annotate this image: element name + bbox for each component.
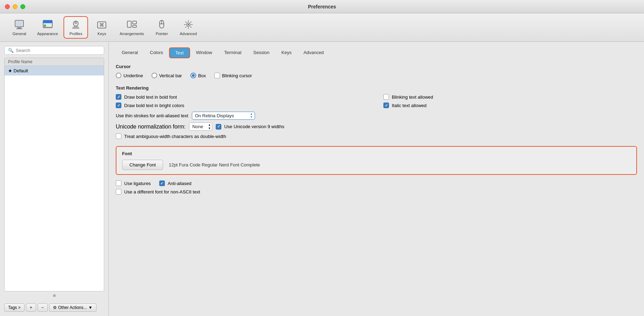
ambiguous-row: Treat ambiguous-width characters as doub… bbox=[116, 133, 637, 139]
toolbar-item-arrangements[interactable]: Arrangements bbox=[115, 17, 148, 38]
cursor-section: Cursor Underline Vertical bar Box bbox=[116, 64, 637, 78]
non-ascii-label: Use a different font for non-ASCII text bbox=[124, 189, 200, 195]
checkbox-bold-bright[interactable]: Draw bold text in bright colors bbox=[116, 103, 369, 108]
toolbar-item-appearance[interactable]: Appearance bbox=[33, 17, 62, 38]
toolbar-item-profiles[interactable]: Profiles bbox=[63, 16, 88, 39]
underline-radio[interactable] bbox=[116, 73, 121, 78]
profile-list-header: Profile Name bbox=[5, 58, 104, 66]
cursor-radio-row: Underline Vertical bar Box Blinking curs… bbox=[116, 73, 637, 78]
svg-rect-1 bbox=[16, 21, 23, 26]
vertical-bar-radio[interactable] bbox=[152, 73, 157, 78]
unicode-version-box[interactable] bbox=[216, 124, 221, 130]
tab-general[interactable]: General bbox=[116, 47, 144, 58]
thin-strokes-select[interactable]: On Retina Displays Always Never bbox=[192, 112, 255, 120]
bold-bright-box[interactable] bbox=[116, 103, 121, 108]
bold-bold-box[interactable] bbox=[116, 94, 121, 100]
italic-text-box[interactable] bbox=[383, 103, 389, 108]
anti-aliased-checkbox-item[interactable]: Anti-aliased bbox=[159, 180, 192, 186]
remove-profile-button[interactable]: − bbox=[38, 303, 48, 312]
toolbar-advanced-label: Advanced bbox=[180, 32, 197, 36]
toolbar-appearance-label: Appearance bbox=[37, 32, 58, 36]
tab-terminal[interactable]: Terminal bbox=[218, 47, 247, 58]
chevron-down-icon: ▼ bbox=[88, 305, 93, 310]
tags-button[interactable]: Tags > bbox=[4, 303, 25, 312]
search-input[interactable] bbox=[16, 48, 100, 53]
tab-text[interactable]: Text bbox=[169, 47, 190, 58]
svg-line-24 bbox=[185, 22, 186, 23]
window-controls bbox=[5, 4, 25, 9]
bold-bold-label: Draw bold text in bold font bbox=[124, 94, 177, 100]
toolbar-item-general[interactable]: General bbox=[7, 17, 32, 38]
gear-icon: ⚙ bbox=[53, 305, 57, 310]
minimize-button[interactable] bbox=[13, 4, 18, 9]
toolbar-item-pointer[interactable]: Pointer bbox=[149, 17, 174, 38]
maximize-button[interactable] bbox=[20, 4, 25, 9]
change-font-button[interactable]: Change Font bbox=[122, 160, 163, 170]
ambiguous-checkbox[interactable] bbox=[116, 133, 121, 139]
toolbar-item-advanced[interactable]: Advanced bbox=[175, 17, 201, 38]
tab-advanced[interactable]: Advanced bbox=[297, 47, 330, 58]
main-content: 🔍 Profile Name ★ Default Tags > + − ⚙ Ot… bbox=[0, 42, 644, 316]
box-radio[interactable] bbox=[190, 73, 196, 78]
text-rendering-checkboxes: Draw bold text in bold font Blinking tex… bbox=[116, 94, 637, 108]
svg-rect-7 bbox=[43, 27, 52, 28]
cursor-blinking[interactable]: Blinking cursor bbox=[214, 73, 252, 78]
unicode-version-checkbox-item[interactable]: Use Unicode version 9 widths bbox=[216, 124, 284, 130]
tab-window[interactable]: Window bbox=[190, 47, 218, 58]
text-rendering-section: Text Rendering Draw bold text in bold fo… bbox=[116, 85, 637, 139]
svg-line-26 bbox=[190, 22, 192, 23]
font-section-inner: Change Font 12pt Fura Code Regular Nerd … bbox=[122, 160, 631, 170]
cursor-underline[interactable]: Underline bbox=[116, 73, 143, 78]
blinking-cursor-label: Blinking cursor bbox=[222, 73, 252, 78]
cursor-vertical-bar[interactable]: Vertical bar bbox=[152, 73, 182, 78]
normalization-select[interactable]: None NFC NFD bbox=[189, 123, 212, 131]
cursor-title: Cursor bbox=[116, 64, 637, 69]
ligatures-checkbox-item[interactable]: Use ligatures bbox=[116, 180, 151, 186]
resize-handle bbox=[53, 294, 56, 297]
anti-aliased-checkbox[interactable] bbox=[159, 180, 165, 186]
toolbar-item-keys[interactable]: ⌘ Keys bbox=[89, 17, 114, 38]
font-section: Font Change Font 12pt Fura Code Regular … bbox=[116, 146, 637, 175]
svg-rect-3 bbox=[16, 28, 22, 29]
pointer-icon bbox=[156, 19, 167, 30]
svg-point-19 bbox=[188, 24, 189, 25]
content-area: Cursor Underline Vertical bar Box bbox=[116, 64, 637, 310]
window-title: Preferences bbox=[308, 4, 336, 9]
arrangements-icon bbox=[126, 19, 137, 30]
text-rendering-title: Text Rendering bbox=[116, 85, 637, 91]
toolbar-pointer-label: Pointer bbox=[156, 32, 168, 36]
normalization-row: Unicode normalization form: None NFC NFD… bbox=[116, 123, 637, 131]
tab-keys[interactable]: Keys bbox=[275, 47, 297, 58]
tab-colors[interactable]: Colors bbox=[144, 47, 169, 58]
left-panel: 🔍 Profile Name ★ Default Tags > + − ⚙ Ot… bbox=[0, 42, 109, 316]
toolbar: General Appearance Profiles bbox=[0, 13, 644, 42]
ambiguous-label: Treat ambiguous-width characters as doub… bbox=[124, 134, 226, 139]
unicode-version-label: Use Unicode version 9 widths bbox=[224, 124, 284, 129]
checkbox-blinking-text[interactable]: Blinking text allowed bbox=[383, 94, 637, 100]
toolbar-arrangements-label: Arrangements bbox=[120, 32, 144, 36]
checkbox-bold-bold[interactable]: Draw bold text in bold font bbox=[116, 94, 369, 100]
anti-aliased-label: Anti-aliased bbox=[168, 181, 192, 186]
tab-session[interactable]: Session bbox=[247, 47, 275, 58]
add-profile-button[interactable]: + bbox=[26, 303, 36, 312]
close-button[interactable] bbox=[5, 4, 10, 9]
search-icon: 🔍 bbox=[8, 48, 14, 53]
non-ascii-row: Use a different font for non-ASCII text bbox=[116, 189, 637, 195]
blinking-text-label: Blinking text allowed bbox=[392, 94, 433, 100]
svg-rect-6 bbox=[44, 25, 46, 27]
non-ascii-checkbox[interactable] bbox=[116, 189, 121, 195]
blinking-text-box[interactable] bbox=[383, 94, 389, 100]
ligatures-checkbox[interactable] bbox=[116, 180, 121, 186]
advanced-icon bbox=[183, 19, 194, 30]
left-panel-bottom: Tags > + − ⚙ Other Actions... ▼ bbox=[4, 303, 104, 312]
other-actions-button[interactable]: ⚙ Other Actions... ▼ bbox=[49, 303, 96, 312]
checkbox-italic-text[interactable]: Italic text allowed bbox=[383, 103, 637, 108]
cursor-box[interactable]: Box bbox=[190, 73, 206, 78]
toolbar-general-label: General bbox=[12, 32, 26, 36]
box-label: Box bbox=[198, 73, 206, 78]
other-actions-label: Other Actions... bbox=[58, 305, 87, 310]
svg-line-27 bbox=[185, 27, 186, 28]
normalization-label: Unicode normalization form: bbox=[116, 124, 186, 130]
profile-row[interactable]: ★ Default bbox=[5, 66, 104, 75]
blinking-cursor-checkbox[interactable] bbox=[214, 73, 220, 78]
